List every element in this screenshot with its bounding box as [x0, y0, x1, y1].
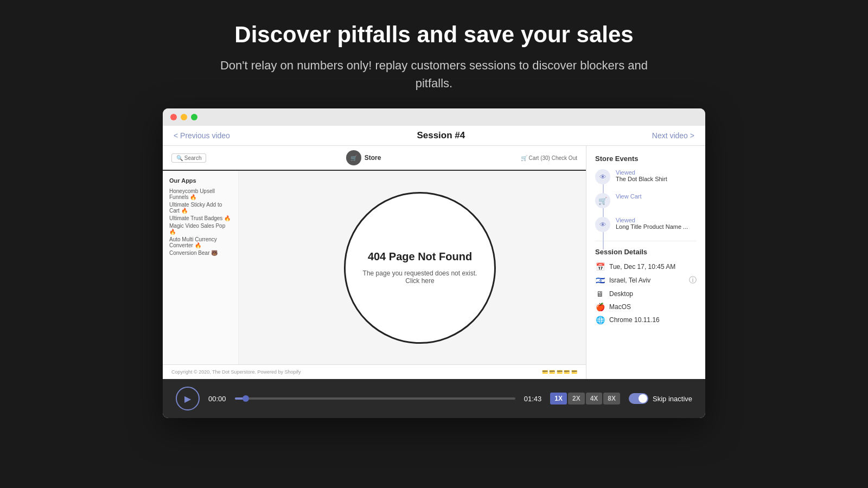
error-404-overlay: 404 Page Not Found The page you requeste… [344, 192, 496, 344]
time-end: 01:43 [524, 395, 542, 403]
speed-8x[interactable]: 8X [603, 393, 620, 404]
dot-red[interactable] [170, 114, 177, 120]
session-label: Session #4 [417, 130, 465, 141]
store-logo: 🛒 Store [346, 150, 381, 165]
time-start: 00:00 [208, 395, 226, 403]
event-item-3: 👁 Viewed Long Title Product Name ... [595, 217, 697, 232]
skip-inactive-toggle[interactable] [629, 393, 648, 404]
side-panel: Store Events 👁 Viewed The Dot Black Shir… [586, 146, 705, 379]
app-link-4[interactable]: Magic Video Sales Pop 🔥 [169, 223, 232, 235]
speed-4x[interactable]: 4X [586, 393, 603, 404]
detail-location: 🇮🇱 Israel, Tel Aviv ⓘ [595, 275, 697, 285]
next-video-button[interactable]: Next video > [652, 131, 694, 140]
app-link-2[interactable]: Ultimate Sticky Add to Cart 🔥 [169, 202, 232, 214]
store-main: Our Apps Honeycomb Upsell Funnels 🔥 Ulti… [163, 171, 586, 364]
store-footer: Copyright © 2020, The Dot Superstore. Po… [163, 364, 586, 379]
page-subtitle: Don't relay on numbers only! replay cust… [201, 56, 667, 92]
dot-yellow[interactable] [181, 114, 187, 120]
store-cart-nav[interactable]: 🛒 Cart (30) Check Out [521, 155, 577, 161]
store-copyright: Copyright © 2020, The Dot Superstore. Po… [171, 369, 301, 375]
store-events-title: Store Events [595, 155, 697, 163]
play-button[interactable]: ▶ [176, 387, 200, 410]
event-item-2: 🛒 View Cart [595, 193, 697, 208]
session-details-title: Session Details [595, 248, 697, 256]
store-name: Store [365, 154, 381, 162]
progress-dot[interactable] [242, 395, 249, 402]
app-link-1[interactable]: Honeycomb Upsell Funnels 🔥 [169, 188, 232, 200]
speed-buttons: 1X 2X 4X 8X [550, 393, 620, 404]
view-icon-2: 👁 [595, 217, 610, 232]
event-item-1: 👁 Viewed The Dot Black Shirt [595, 169, 697, 184]
skip-inactive-container: Skip inactive [629, 393, 692, 404]
flag-icon: 🇮🇱 [595, 276, 605, 285]
desktop-icon: 🖥 [595, 290, 605, 298]
event-label-3: Viewed [616, 217, 688, 223]
session-nav: < Previous video Session #4 Next video > [163, 126, 705, 146]
app-link-5[interactable]: Auto Multi Currency Converter 🔥 [169, 236, 232, 248]
progress-bar[interactable] [235, 397, 515, 400]
browser-window: < Previous video Session #4 Next video >… [163, 108, 705, 418]
calendar-icon: 📅 [595, 262, 605, 271]
cart-icon: 🛒 [595, 193, 610, 208]
info-icon[interactable]: ⓘ [689, 275, 697, 285]
error-404-text: The page you requested does not exist. C… [362, 269, 478, 285]
dot-green[interactable] [191, 114, 197, 120]
chrome-icon: 🌐 [595, 316, 605, 324]
logo-icon: 🛒 [346, 150, 361, 165]
app-link-3[interactable]: Ultimate Trust Badges 🔥 [169, 215, 232, 221]
store-search[interactable]: 🔍 Search [171, 153, 206, 163]
speed-2x[interactable]: 2X [568, 393, 585, 404]
event-name-1: The Dot Black Shirt [616, 176, 667, 182]
player-bar: ▶ 00:00 01:43 1X 2X 4X 8X Skip inactive [163, 379, 705, 418]
event-label-1: Viewed [616, 169, 667, 176]
detail-datetime: 📅 Tue, Dec 17, 10:45 AM [595, 262, 697, 271]
view-icon-1: 👁 [595, 169, 610, 184]
detail-os: 🍎 MacOS [595, 303, 697, 311]
event-name-3: Long Title Product Name ... [616, 223, 688, 230]
speed-1x[interactable]: 1X [550, 393, 567, 404]
event-label-2: View Cart [616, 193, 641, 200]
payment-icons: 💳 💳 💳 💳 💳 [542, 369, 577, 375]
page-title: Discover pitfalls and save your sales [201, 22, 667, 48]
store-page: 🔍 Search 🛒 Store 🛒 Cart (30) Check Out O… [163, 146, 586, 379]
detail-device: 🖥 Desktop [595, 290, 697, 298]
session-details: Session Details 📅 Tue, Dec 17, 10:45 AM … [595, 241, 697, 324]
skip-inactive-label: Skip inactive [653, 395, 692, 403]
our-apps-title: Our Apps [169, 177, 232, 184]
apple-icon: 🍎 [595, 303, 605, 311]
error-404-title: 404 Page Not Found [368, 251, 472, 263]
browser-titlebar [163, 108, 705, 126]
prev-video-button[interactable]: < Previous video [174, 131, 230, 140]
store-main-content: 404 Page Not Found The page you requeste… [239, 171, 586, 364]
app-link-6[interactable]: Conversion Bear 🐻 [169, 250, 232, 256]
detail-browser: 🌐 Chrome 10.11.16 [595, 316, 697, 324]
store-sidebar: Our Apps Honeycomb Upsell Funnels 🔥 Ulti… [163, 171, 239, 364]
store-header: 🔍 Search 🛒 Store 🛒 Cart (30) Check Out [163, 146, 586, 171]
browser-content: 🔍 Search 🛒 Store 🛒 Cart (30) Check Out O… [163, 146, 705, 379]
